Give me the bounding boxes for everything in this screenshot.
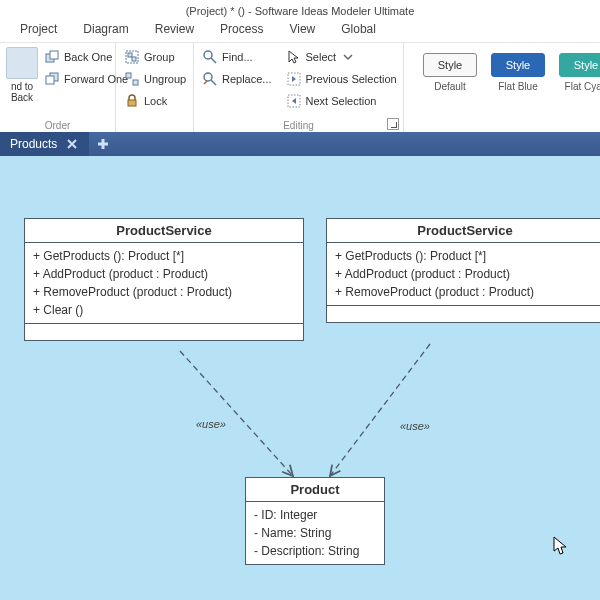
prev-selection-icon [286,71,302,87]
class-name: ProductService [327,219,600,243]
style-default[interactable]: Style Default [420,53,480,92]
next-selection-button[interactable]: Next Selection [284,91,399,111]
ribbon-group-grouping: Group Ungroup Lock [116,43,194,132]
lock-icon [124,93,140,109]
svg-line-21 [330,344,430,476]
class-empty-compartment [327,306,600,322]
svg-rect-6 [132,57,136,61]
select-button[interactable]: Select [284,47,399,67]
group-label-editing: Editing [194,120,403,131]
select-icon [286,49,302,65]
class-productservice-1[interactable]: ProductService + GetProducts (): Product… [24,218,304,341]
ungroup-icon [124,71,140,87]
send-to-back-button[interactable]: nd to Back [6,47,38,103]
forward-one-icon [44,71,60,87]
svg-rect-3 [46,76,54,84]
class-name: Product [246,478,384,502]
class-empty-compartment [25,324,303,340]
ribbon: nd to Back Back One Forward One Order Gr… [0,42,600,132]
title-bar: (Project) * () - Software Ideas Modeler … [0,0,600,22]
replace-button[interactable]: Replace... [200,69,274,89]
mouse-cursor-icon [552,536,568,560]
close-tab-icon[interactable] [65,137,79,151]
svg-rect-1 [50,51,58,59]
menu-bar: Project Diagram Review Process View Glob… [0,22,600,42]
svg-line-11 [211,58,216,63]
svg-rect-7 [126,73,131,78]
next-selection-icon [286,93,302,109]
class-product[interactable]: Product - ID: Integer - Name: String - D… [245,477,385,565]
previous-selection-button[interactable]: Previous Selection [284,69,399,89]
editing-dialog-launcher[interactable] [387,118,399,130]
menu-review[interactable]: Review [155,22,194,42]
class-operations: + GetProducts (): Product [*] + AddProdu… [25,243,303,324]
find-icon [202,49,218,65]
class-productservice-2[interactable]: ProductService + GetProducts (): Product… [326,218,600,323]
group-label-order: Order [0,120,115,131]
tab-products[interactable]: Products [0,132,89,156]
find-button[interactable]: Find... [200,47,274,67]
chevron-down-icon [340,49,356,65]
svg-rect-5 [128,53,132,57]
ungroup-button[interactable]: Ungroup [122,69,187,89]
group-button[interactable]: Group [122,47,187,67]
class-attributes: - ID: Integer - Name: String - Descripti… [246,502,384,564]
send-to-back-icon [6,47,38,79]
menu-view[interactable]: View [289,22,315,42]
menu-global[interactable]: Global [341,22,376,42]
document-tab-strip: Products [0,132,600,156]
ribbon-group-order: nd to Back Back One Forward One Order [0,43,116,132]
svg-line-20 [180,351,293,476]
diagram-canvas[interactable]: ProductService + GetProducts (): Product… [0,156,600,600]
replace-icon [202,71,218,87]
svg-point-10 [204,51,212,59]
lock-button[interactable]: Lock [122,91,187,111]
class-operations: + GetProducts (): Product [*] + AddProdu… [327,243,600,306]
style-flat-blue[interactable]: Style Flat Blue [488,53,548,92]
svg-line-13 [211,80,216,85]
use-label-1: «use» [196,418,226,430]
class-name: ProductService [25,219,303,243]
group-icon [124,49,140,65]
ribbon-group-editing: Find... Replace... Select Previous Selec… [194,43,404,132]
svg-point-12 [204,73,212,81]
back-one-icon [44,49,60,65]
style-flat-cyan[interactable]: Style Flat Cyan [556,53,600,92]
ribbon-group-styles: Style Default Style Flat Blue Style Flat… [404,43,600,132]
add-tab-button[interactable] [89,132,117,156]
menu-process[interactable]: Process [220,22,263,42]
svg-rect-9 [128,100,136,106]
menu-project[interactable]: Project [20,22,57,42]
menu-diagram[interactable]: Diagram [83,22,128,42]
use-label-2: «use» [400,420,430,432]
svg-rect-8 [133,80,138,85]
